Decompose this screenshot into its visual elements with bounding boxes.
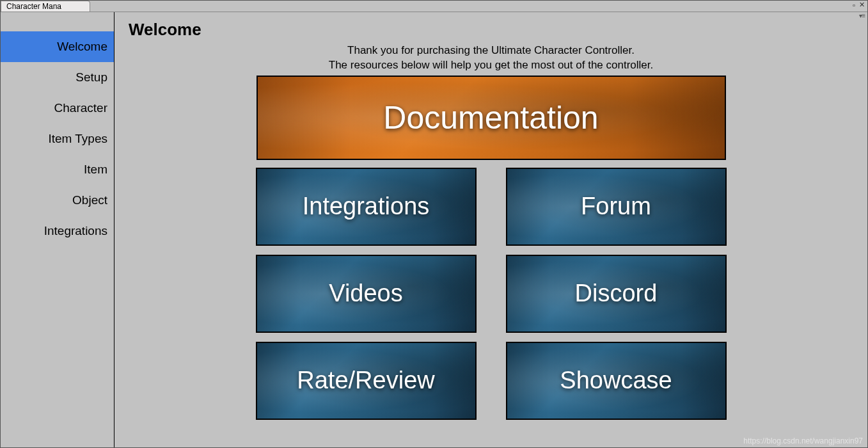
- sidebar-item-setup[interactable]: Setup: [1, 62, 114, 93]
- sidebar-item-label: Item Types: [48, 132, 107, 146]
- card-rate-review[interactable]: Rate/Review: [256, 342, 477, 420]
- dock-menu-icon[interactable]: ▾≡: [859, 12, 865, 19]
- sidebar-item-label: Object: [72, 193, 107, 207]
- window-tab[interactable]: Character Mana: [1, 1, 90, 12]
- page-title: Welcome: [129, 20, 855, 40]
- editor-window: Character Mana ▫ ✕ ▾≡ Welcome Setup Char…: [0, 0, 868, 448]
- card-discord[interactable]: Discord: [506, 255, 727, 333]
- card-videos[interactable]: Videos: [256, 255, 477, 333]
- maximize-icon[interactable]: ▫: [853, 1, 855, 9]
- main-panel: Welcome Thank you for purchasing the Ult…: [114, 12, 867, 447]
- intro-text: Thank you for purchasing the Ultimate Ch…: [127, 44, 855, 73]
- card-label: Showcase: [560, 367, 672, 394]
- sidebar: Welcome Setup Character Item Types Item …: [1, 12, 114, 447]
- sidebar-item-label: Integrations: [44, 224, 107, 238]
- sidebar-item-label: Item: [84, 163, 107, 177]
- card-documentation[interactable]: Documentation: [256, 76, 726, 160]
- sidebar-item-label: Setup: [75, 70, 107, 84]
- titlebar: Character Mana ▫ ✕ ▾≡: [1, 1, 867, 12]
- window-controls: ▫ ✕: [853, 1, 865, 9]
- card-label: Documentation: [383, 99, 598, 136]
- card-forum[interactable]: Forum: [506, 168, 727, 246]
- close-icon[interactable]: ✕: [859, 1, 865, 9]
- window-tab-label: Character Mana: [6, 2, 61, 11]
- sidebar-item-object[interactable]: Object: [1, 185, 114, 216]
- sidebar-item-item[interactable]: Item: [1, 154, 114, 185]
- sidebar-item-label: Character: [54, 101, 107, 115]
- sidebar-item-item-types[interactable]: Item Types: [1, 124, 114, 154]
- sidebar-item-label: Welcome: [57, 40, 107, 54]
- sidebar-item-character[interactable]: Character: [1, 93, 114, 124]
- intro-line-2: The resources below will help you get th…: [127, 58, 855, 73]
- card-label: Videos: [329, 280, 403, 307]
- body: Welcome Setup Character Item Types Item …: [1, 12, 867, 447]
- card-label: Integrations: [303, 193, 430, 220]
- intro-line-1: Thank you for purchasing the Ultimate Ch…: [127, 44, 855, 58]
- card-label: Forum: [581, 193, 651, 220]
- card-showcase[interactable]: Showcase: [506, 342, 727, 420]
- card-integrations[interactable]: Integrations: [256, 168, 477, 246]
- sidebar-item-integrations[interactable]: Integrations: [1, 216, 114, 246]
- sidebar-item-welcome[interactable]: Welcome: [1, 31, 114, 62]
- cards-area: Documentation Integrations Forum Videos …: [127, 76, 855, 420]
- card-label: Discord: [575, 280, 658, 307]
- cards-grid: Integrations Forum Videos Discord Rate/R…: [256, 168, 727, 420]
- card-label: Rate/Review: [297, 367, 434, 394]
